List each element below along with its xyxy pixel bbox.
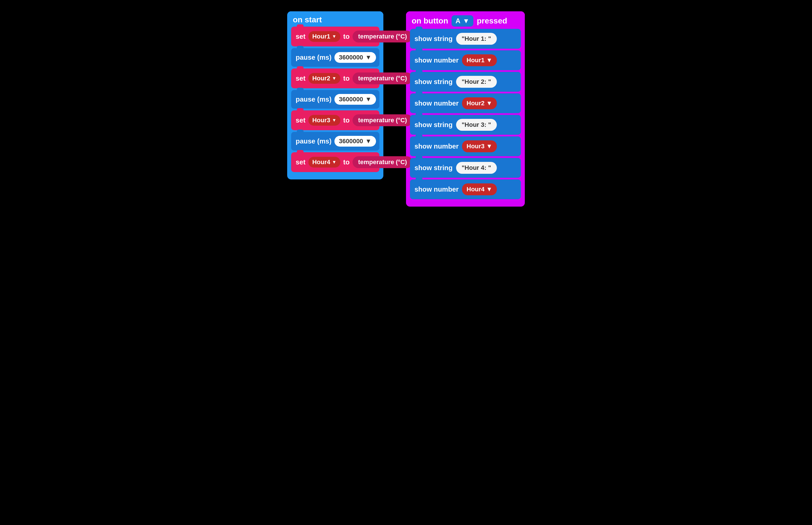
show-number-3-label: show number — [414, 142, 459, 150]
to-label-1: to — [343, 32, 350, 41]
to-label-2: to — [343, 74, 350, 82]
on-button-hat: on button A ▼ pressed — [406, 11, 525, 29]
pause-arrow-3[interactable]: ▼ — [365, 137, 371, 145]
workspace: on start set Hour1 ▼ to temperature (°C)… — [287, 11, 525, 207]
left-inner-blocks: set Hour1 ▼ to temperature (°C) pause (m… — [287, 27, 383, 174]
on-start-label: on start — [293, 15, 322, 24]
hat-prefix: on button — [412, 16, 448, 26]
hour1-var-pill[interactable]: Hour1 ▼ — [308, 31, 340, 42]
hour1-var-label: Hour1 — [312, 33, 331, 40]
hour4-number-arrow[interactable]: ▼ — [486, 186, 493, 193]
hour3-number-pill[interactable]: Hour3 ▼ — [462, 140, 497, 152]
on-start-container: on start set Hour1 ▼ to temperature (°C)… — [287, 11, 383, 179]
pause-num-1: 3600000 — [339, 54, 363, 61]
set-hour3-block: set Hour3 ▼ to temperature (°C) — [291, 110, 379, 130]
pause-block-1: pause (ms) 3600000 ▼ — [291, 48, 379, 67]
button-a-label: A — [456, 17, 460, 25]
pause-label-1: pause (ms) — [296, 54, 332, 61]
pause-value-2[interactable]: 3600000 ▼ — [334, 94, 376, 105]
set-hour1-block: set Hour1 ▼ to temperature (°C) — [291, 27, 379, 46]
hour4-var-label: Hour4 — [312, 159, 331, 166]
hour3-number-var: Hour3 — [466, 142, 485, 150]
set-hour4-block: set Hour4 ▼ to temperature (°C) — [291, 152, 379, 172]
hour3-number-arrow[interactable]: ▼ — [486, 142, 493, 150]
show-number-2-block: show number Hour2 ▼ — [410, 93, 521, 113]
hour4-dropdown-arrow[interactable]: ▼ — [332, 160, 336, 165]
hour2-dropdown-arrow[interactable]: ▼ — [332, 76, 336, 81]
hour2-string-value: "Hour 2: " — [456, 76, 497, 88]
show-number-2-label: show number — [414, 99, 459, 107]
button-a-pill[interactable]: A ▼ — [451, 15, 473, 27]
pause-label-2: pause (ms) — [296, 95, 332, 103]
to-label-4: to — [343, 158, 350, 166]
set-label-4: set — [296, 158, 306, 166]
pause-value-3[interactable]: 3600000 ▼ — [334, 136, 376, 147]
right-inner-blocks: show string "Hour 1: " show number Hour1… — [406, 29, 525, 201]
hour2-var-label: Hour2 — [312, 75, 331, 82]
show-string-3-block: show string "Hour 3: " — [410, 115, 521, 135]
pause-label-3: pause (ms) — [296, 137, 332, 145]
show-string-1-label: show string — [414, 35, 453, 43]
pause-block-3: pause (ms) 3600000 ▼ — [291, 132, 379, 151]
set-label-1: set — [296, 32, 306, 41]
hour4-var-pill[interactable]: Hour4 ▼ — [308, 157, 340, 167]
on-button-panel: on button A ▼ pressed show string "Hour … — [406, 11, 525, 207]
show-number-4-label: show number — [414, 185, 459, 193]
hour1-string-value: "Hour 1: " — [456, 33, 497, 45]
hour3-var-pill[interactable]: Hour3 ▼ — [308, 115, 340, 126]
hour2-var-pill[interactable]: Hour2 ▼ — [308, 73, 340, 84]
hat-suffix: pressed — [477, 16, 507, 26]
hour3-string-value: "Hour 3: " — [456, 119, 497, 131]
to-label-3: to — [343, 116, 350, 124]
show-string-2-block: show string "Hour 2: " — [410, 72, 521, 92]
pause-num-2: 3600000 — [339, 96, 363, 103]
pause-block-2: pause (ms) 3600000 ▼ — [291, 90, 379, 109]
hour1-number-var: Hour1 — [466, 57, 485, 64]
hour2-number-pill[interactable]: Hour2 ▼ — [462, 97, 497, 109]
hour4-string-value: "Hour 4: " — [456, 162, 497, 174]
on-button-container: on button A ▼ pressed show string "Hour … — [406, 11, 525, 207]
temp-value-2: temperature (°C) — [353, 73, 413, 84]
pause-arrow-2[interactable]: ▼ — [365, 96, 371, 103]
hour2-number-arrow[interactable]: ▼ — [486, 100, 493, 107]
show-string-4-label: show string — [414, 164, 453, 172]
on-start-panel: on start set Hour1 ▼ to temperature (°C)… — [287, 11, 383, 179]
show-string-3-label: show string — [414, 121, 453, 129]
pause-value-1[interactable]: 3600000 ▼ — [334, 52, 376, 63]
hour1-number-arrow[interactable]: ▼ — [486, 57, 493, 64]
set-hour2-block: set Hour2 ▼ to temperature (°C) — [291, 69, 379, 88]
show-string-1-block: show string "Hour 1: " — [410, 29, 521, 49]
show-number-3-block: show number Hour3 ▼ — [410, 136, 521, 156]
set-label-3: set — [296, 116, 306, 124]
set-label-2: set — [296, 74, 306, 82]
hour1-number-pill[interactable]: Hour1 ▼ — [462, 54, 497, 66]
show-number-1-block: show number Hour1 ▼ — [410, 50, 521, 70]
hour3-var-label: Hour3 — [312, 117, 331, 124]
temp-value-3: temperature (°C) — [353, 114, 413, 126]
temp-value-4: temperature (°C) — [353, 156, 413, 168]
show-number-1-label: show number — [414, 56, 459, 64]
hour3-dropdown-arrow[interactable]: ▼ — [332, 118, 336, 123]
pause-arrow-1[interactable]: ▼ — [365, 54, 371, 61]
hour4-number-pill[interactable]: Hour4 ▼ — [462, 183, 497, 195]
hour1-dropdown-arrow[interactable]: ▼ — [332, 34, 336, 39]
button-a-arrow[interactable]: ▼ — [463, 17, 469, 25]
hour2-number-var: Hour2 — [466, 100, 485, 107]
pause-num-3: 3600000 — [339, 137, 363, 145]
show-number-4-block: show number Hour4 ▼ — [410, 179, 521, 199]
hour4-number-var: Hour4 — [466, 186, 485, 193]
show-string-4-block: show string "Hour 4: " — [410, 158, 521, 178]
show-string-2-label: show string — [414, 78, 453, 86]
temp-value-1: temperature (°C) — [353, 31, 413, 43]
